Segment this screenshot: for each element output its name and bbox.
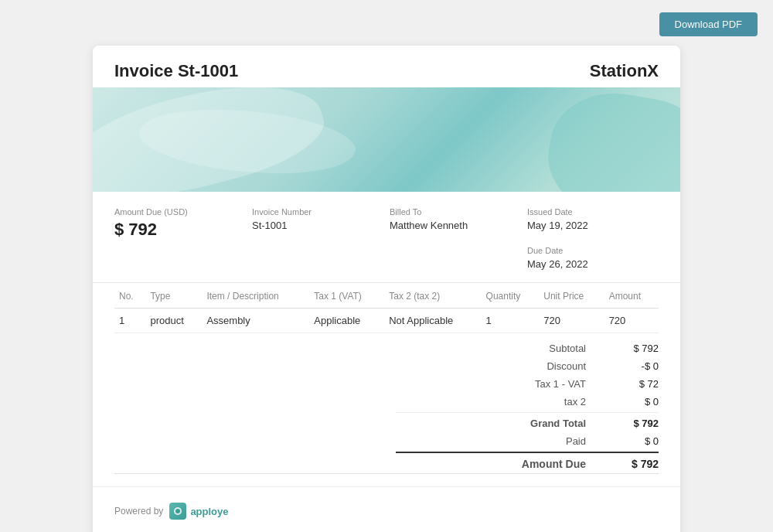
summary-section: Subtotal $ 792 Discount -$ 0 Tax 1 - VAT… — [93, 333, 680, 473]
col-quantity: Quantity — [482, 283, 540, 309]
powered-by-text: Powered by — [114, 506, 163, 517]
cell-no: 1 — [114, 309, 145, 333]
billed-to-label: Billed To — [390, 207, 521, 217]
paid-row: Paid $ 0 — [396, 432, 659, 450]
amount-due-summary-label: Amount Due — [396, 458, 604, 470]
col-unit-price: Unit Price — [539, 283, 604, 309]
invoice-title: Invoice St-1001 — [114, 61, 238, 81]
footer: Powered by apploye — [93, 486, 680, 520]
tax1-row: Tax 1 - VAT $ 72 — [396, 375, 659, 393]
issued-date-label: Issued Date — [527, 207, 659, 217]
subtotal-label: Subtotal — [396, 343, 604, 354]
grand-total-row: Grand Total $ 792 — [396, 412, 659, 432]
table-header: No. Type Item / Description Tax 1 (VAT) … — [114, 283, 659, 309]
company-name: StationX — [590, 61, 659, 81]
top-bar: Download PDF — [0, 9, 773, 46]
amount-due-group: Amount Due (USD) $ 792 — [114, 207, 246, 240]
issued-date-value: May 19, 2022 — [527, 220, 588, 231]
discount-label: Discount — [396, 360, 604, 372]
grand-total-value: $ 792 — [604, 418, 659, 429]
col-description: Item / Description — [202, 283, 309, 309]
table-row: 1 product Assembly Applicable Not Applic… — [114, 309, 659, 333]
amount-due-value: $ 792 — [114, 220, 157, 239]
discount-row: Discount -$ 0 — [396, 357, 659, 375]
cell-type: product — [145, 309, 202, 333]
banner-decoration — [136, 96, 359, 187]
apploye-logo: apploye — [169, 503, 228, 520]
subtotal-value: $ 792 — [604, 343, 659, 354]
download-pdf-button[interactable]: Download PDF — [659, 12, 758, 36]
invoice-meta: Amount Due (USD) $ 792 Invoice Number St… — [93, 192, 680, 283]
due-date-value: May 26, 2022 — [527, 258, 588, 270]
cell-tax1: Applicable — [309, 309, 384, 333]
subtotal-row: Subtotal $ 792 — [396, 339, 659, 357]
grand-total-label: Grand Total — [396, 418, 604, 429]
col-tax1: Tax 1 (VAT) — [309, 283, 384, 309]
tax2-row: tax 2 $ 0 — [396, 393, 659, 411]
items-table: No. Type Item / Description Tax 1 (VAT) … — [114, 283, 659, 333]
tax2-label: tax 2 — [396, 396, 604, 408]
discount-value: -$ 0 — [604, 360, 659, 372]
table-body: 1 product Assembly Applicable Not Applic… — [114, 309, 659, 333]
apploye-icon — [169, 503, 186, 520]
amount-due-row: Amount Due $ 792 — [396, 452, 659, 473]
invoice-number-value: St-1001 — [252, 220, 288, 231]
col-type: Type — [145, 283, 202, 309]
tax1-label: Tax 1 - VAT — [396, 378, 604, 390]
card-header: Invoice St-1001 StationX — [93, 46, 680, 87]
billed-to-value: Matthew Kenneth — [390, 220, 468, 231]
cell-amount: 720 — [604, 309, 659, 333]
issued-date-group: Issued Date May 19, 2022 — [527, 207, 659, 240]
col-no: No. — [114, 283, 145, 309]
cell-tax2: Not Applicable — [384, 309, 481, 333]
tax2-value: $ 0 — [604, 396, 659, 408]
svg-point-1 — [175, 509, 180, 513]
invoice-banner — [93, 87, 680, 192]
paid-label: Paid — [396, 435, 604, 447]
amount-due-label: Amount Due (USD) — [114, 207, 246, 217]
billed-to-group: Billed To Matthew Kenneth — [390, 207, 521, 240]
items-table-wrap: No. Type Item / Description Tax 1 (VAT) … — [93, 283, 680, 333]
cell-quantity: 1 — [482, 309, 540, 333]
invoice-number-label: Invoice Number — [252, 207, 383, 217]
due-date-label: Due Date — [527, 246, 659, 255]
invoice-card: Invoice St-1001 StationX Amount Due (USD… — [93, 46, 680, 532]
amount-due-summary-value: $ 792 — [604, 458, 659, 470]
apploye-name: apploye — [190, 506, 228, 517]
cell-unit-price: 720 — [539, 309, 604, 333]
cell-description: Assembly — [202, 309, 309, 333]
col-tax2: Tax 2 (tax 2) — [384, 283, 481, 309]
invoice-number-group: Invoice Number St-1001 — [252, 207, 383, 240]
tax1-value: $ 72 — [604, 378, 659, 390]
footer-divider — [114, 473, 659, 474]
paid-value: $ 0 — [604, 435, 659, 447]
due-date-group: Due Date May 26, 2022 — [527, 246, 659, 270]
col-amount: Amount — [604, 283, 659, 309]
